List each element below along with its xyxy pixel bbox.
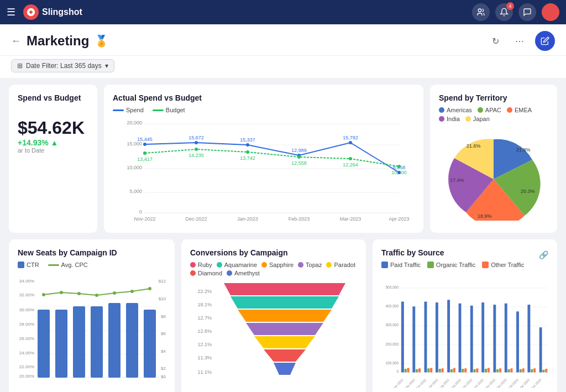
svg-text:Nov-2022: Nov-2022 (134, 216, 155, 222)
svg-text:200,000: 200,000 (385, 342, 399, 346)
svg-rect-140 (418, 368, 421, 372)
notifications-icon-btn[interactable]: 4 (495, 3, 513, 21)
svg-point-78 (130, 290, 134, 293)
svg-marker-96 (238, 310, 332, 322)
more-button[interactable]: ⋯ (511, 32, 528, 50)
svg-text:12,264: 12,264 (343, 162, 358, 168)
svg-point-33 (297, 155, 301, 159)
svg-rect-70 (108, 303, 120, 378)
svg-rect-135 (508, 369, 510, 373)
traffic-legend: Paid Traffic Organic Traffic Other Traff… (381, 262, 548, 268)
back-button[interactable]: ← (11, 35, 21, 47)
legend-ruby: Ruby (190, 262, 212, 268)
svg-text:20.3%: 20.3% (521, 189, 535, 194)
page-header: ← Marketing 🏅 ↻ ⋯ (0, 24, 566, 56)
bar-chart-legend: CTR Avg. CPC (18, 262, 166, 268)
svg-text:Apr-2023: Apr-2023 (389, 216, 409, 222)
svg-rect-121 (493, 305, 496, 372)
svg-text:Aug-2022: Aug-2022 (438, 378, 450, 388)
svg-text:11.3%: 11.3% (197, 355, 212, 360)
legend-emea-label: EMEA (515, 107, 532, 113)
logo-icon (23, 4, 39, 20)
svg-rect-144 (464, 368, 467, 372)
funnel-svg: 22.2% 18.1% 12.7% 12.6% 12.1% 11.3% 11.1… (190, 280, 357, 390)
svg-text:21.8%: 21.8% (516, 147, 531, 153)
svg-text:15,337: 15,337 (240, 137, 255, 143)
svg-text:15,672: 15,672 (188, 135, 204, 140)
users-icon-btn[interactable] (472, 3, 490, 21)
refresh-button[interactable]: ↻ (486, 32, 504, 50)
svg-rect-148 (510, 368, 512, 372)
user-avatar[interactable] (542, 3, 559, 21)
legend-spend: Spend (113, 107, 144, 113)
svg-rect-123 (516, 311, 519, 372)
filter-icon: ⊞ (17, 62, 23, 70)
svg-rect-147 (499, 368, 501, 372)
svg-rect-133 (485, 369, 487, 373)
svg-text:$0: $0 (161, 374, 166, 379)
svg-text:20,000: 20,000 (127, 120, 142, 126)
legend-japan: Japan (465, 116, 490, 122)
bar-chart-title: New Seats by Campaign ID (18, 248, 166, 257)
svg-point-79 (148, 287, 151, 290)
svg-rect-145 (476, 368, 478, 372)
svg-text:18.9%: 18.9% (478, 213, 492, 219)
svg-rect-117 (447, 300, 450, 372)
traffic-by-source-card: Traffic by Source 🔗 Paid Traffic Organic… (373, 239, 557, 392)
svg-text:12.6%: 12.6% (197, 328, 212, 334)
svg-rect-132 (474, 369, 476, 373)
legend-japan-label: Japan (473, 116, 490, 122)
chevron-down-icon: ▾ (105, 62, 108, 70)
legend-cpc-label: Avg. CPC (61, 262, 88, 268)
svg-text:18.1%: 18.1% (197, 302, 212, 307)
svg-rect-141 (430, 368, 432, 372)
svg-point-75 (77, 292, 81, 295)
svg-text:15,445: 15,445 (137, 137, 153, 142)
new-seats-card: New Seats by Campaign ID CTR Avg. CPC 34… (9, 239, 175, 392)
chat-icon-btn[interactable] (518, 3, 536, 21)
traffic-chart-svg: 500,000 400,000 300,000 200,000 100,000 … (381, 271, 548, 388)
svg-point-25 (195, 141, 198, 144)
svg-rect-113 (401, 301, 404, 372)
svg-text:Feb-2023: Feb-2023 (507, 378, 519, 388)
date-filter-chip[interactable]: ⊞ Date Filter: Last 365 days ▾ (11, 59, 114, 72)
svg-rect-126 (405, 369, 407, 373)
line-chart-legend: Spend Budget (113, 107, 415, 113)
svg-point-34 (349, 157, 352, 160)
svg-text:Oct-2022: Oct-2022 (462, 378, 473, 388)
svg-text:Dec-2022: Dec-2022 (185, 216, 207, 222)
svg-text:20.00%: 20.00% (19, 374, 34, 379)
legend-other: Other Traffic (482, 262, 524, 268)
svg-text:Feb-2023: Feb-2023 (289, 216, 310, 222)
edit-button[interactable] (535, 31, 555, 51)
svg-rect-129 (439, 369, 441, 373)
legend-organic: Organic Traffic (427, 262, 475, 268)
svg-text:0: 0 (139, 209, 142, 215)
svg-rect-118 (459, 304, 462, 373)
dashboard: Spend vs Budget $54.62K +14.93% ▲ ar to … (0, 78, 566, 392)
svg-text:12.1%: 12.1% (197, 342, 212, 347)
hamburger-icon[interactable]: ☰ (7, 6, 15, 18)
svg-text:13,742: 13,742 (240, 155, 255, 161)
legend-spend-label: Spend (126, 107, 144, 113)
svg-rect-122 (505, 304, 507, 373)
funnel-legend: Ruby Aquamarine Sapphire Topaz Paradot D… (190, 262, 357, 276)
svg-rect-134 (496, 369, 499, 373)
line-chart-title: Actual Spend vs Budget (113, 93, 415, 102)
svg-text:300,000: 300,000 (385, 323, 399, 327)
svg-rect-115 (424, 301, 427, 372)
svg-rect-128 (427, 368, 429, 372)
svg-text:15,792: 15,792 (343, 135, 358, 140)
legend-ctr-label: CTR (27, 262, 39, 268)
legend-topaz: Topaz (298, 262, 322, 268)
svg-text:13,417: 13,417 (137, 156, 153, 162)
filter-bar: ⊞ Date Filter: Last 365 days ▾ (0, 56, 566, 78)
svg-text:Jan-2023: Jan-2023 (496, 378, 507, 388)
svg-rect-69 (91, 306, 103, 378)
svg-rect-127 (416, 369, 418, 373)
svg-marker-98 (254, 336, 315, 348)
svg-point-35 (397, 165, 401, 168)
svg-text:Mar-2023: Mar-2023 (518, 378, 531, 388)
svg-point-31 (195, 148, 198, 151)
svg-point-32 (246, 150, 249, 154)
